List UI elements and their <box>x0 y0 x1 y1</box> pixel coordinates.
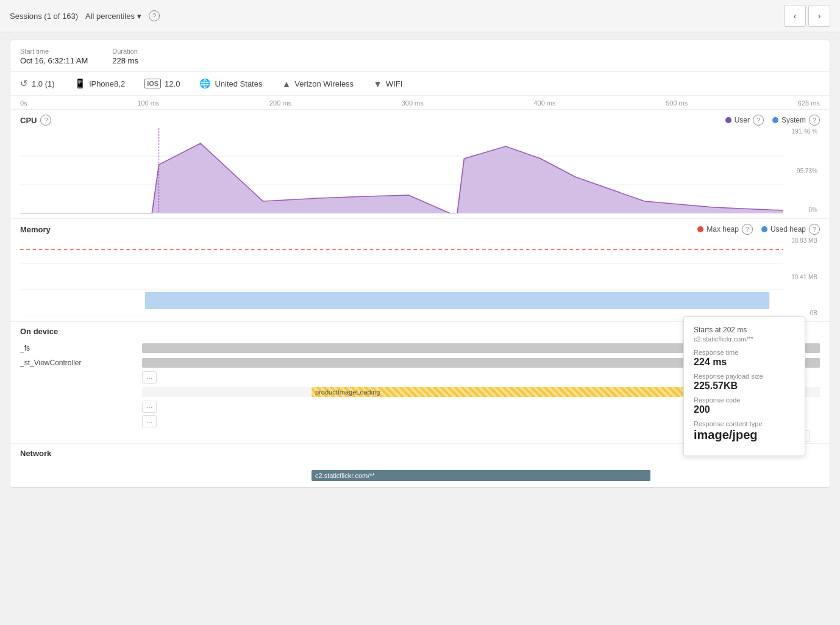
memory-y-bottom: 0B <box>786 310 817 316</box>
cpu-y-top: 191.46 % <box>786 128 817 135</box>
session-header: Start time Oct 16, 6:32:11 AM Duration 2… <box>10 40 830 72</box>
cpu-header: CPU ? User ? System ? <box>10 110 830 128</box>
country-item: 🌐 United States <box>199 78 262 89</box>
tooltip-url: c2.staticflickr.com/** <box>694 335 795 343</box>
start-time-item: Start time Oct 16, 6:32:11 AM <box>20 48 88 65</box>
memory-y-top: 38.83 MB <box>786 237 817 244</box>
top-bar-left: Sessions (1 of 163) All percentiles ▾ ? <box>10 10 160 21</box>
response-time-label: Response time <box>694 349 795 356</box>
duration-item: Duration 228 ms <box>112 48 138 65</box>
max-heap-help-icon[interactable]: ? <box>742 224 753 235</box>
top-bar: Sessions (1 of 163) All percentiles ▾ ? … <box>0 0 840 32</box>
duration-value: 228 ms <box>112 56 138 65</box>
memory-section: Memory Max heap ? Used heap ? <box>10 219 830 322</box>
used-heap-label: Used heap <box>771 225 806 234</box>
network-row: c2.staticflickr.com/** <box>10 463 830 477</box>
help-icon[interactable]: ? <box>149 10 160 21</box>
model-item: 📱 iPhone8,2 <box>74 78 126 89</box>
cpu-y-mid: 95.73% <box>786 168 817 174</box>
network-item: ▼ WIFI <box>373 79 402 89</box>
cpu-system-help-icon[interactable]: ? <box>809 115 820 126</box>
cpu-user-help-icon[interactable]: ? <box>753 115 764 126</box>
response-code-value: 200 <box>694 404 795 415</box>
device-row: ↺ 1.0 (1) 📱 iPhone8,2 iOS 12.0 🌐 United … <box>10 72 830 96</box>
cpu-section: CPU ? User ? System ? <box>10 110 830 219</box>
cpu-chart-svg <box>20 128 783 213</box>
phone-icon: 📱 <box>74 78 86 89</box>
used-heap-dot <box>761 226 767 232</box>
fs-label: _fs <box>20 344 142 352</box>
cpu-chart-area: 191.46 % 95.73% 0% <box>20 128 820 213</box>
max-heap-dot <box>697 226 703 232</box>
content-type-row: Response content type image/jpeg <box>694 420 795 442</box>
cpu-help-icon[interactable]: ? <box>40 115 51 126</box>
cpu-y-labels: 191.46 % 95.73% 0% <box>783 128 820 213</box>
country-value: United States <box>215 79 262 88</box>
memory-y-labels: 38.83 MB 19.41 MB 0B <box>783 237 820 316</box>
payload-size-label: Response payload size <box>694 373 795 380</box>
percentiles-label: All percentiles <box>85 12 135 21</box>
content-type-label: Response content type <box>694 420 795 427</box>
response-time-row: Response time 224 ms <box>694 349 795 368</box>
trace-expand-3[interactable]: ··· <box>142 415 157 427</box>
percentiles-dropdown[interactable]: All percentiles ▾ <box>85 12 141 21</box>
top-bar-nav: ‹ › <box>784 5 830 27</box>
cpu-user-legend: User ? <box>725 115 764 126</box>
prev-session-button[interactable]: ‹ <box>784 5 806 27</box>
cpu-user-dot <box>725 117 731 123</box>
ruler-labels: 0s 100 ms 200 ms 300 ms 400 ms 500 ms 62… <box>20 99 820 109</box>
memory-chart-svg <box>20 237 783 316</box>
wifi-icon: ▼ <box>373 79 382 89</box>
sessions-label: Sessions (1 of 163) <box>10 12 78 21</box>
ruler-200: 200 ms <box>269 99 291 107</box>
start-time-value: Oct 16, 6:32:11 AM <box>20 56 88 65</box>
cpu-legend: User ? System ? <box>725 115 820 126</box>
ruler-400: 400 ms <box>533 99 555 107</box>
os-item: iOS 12.0 <box>144 79 180 88</box>
used-heap-bar <box>145 292 769 309</box>
version-icon: ↺ <box>20 78 28 89</box>
duration-label: Duration <box>112 48 138 55</box>
used-heap-legend: Used heap ? <box>761 224 820 235</box>
payload-size-row: Response payload size 225.57KB <box>694 373 795 391</box>
start-time-label: Start time <box>20 48 88 55</box>
ruler-628: 628 ms <box>798 99 820 107</box>
response-code-label: Response code <box>694 396 795 404</box>
network-bar-label: c2.staticflickr.com/** <box>315 472 375 479</box>
max-heap-label: Max heap <box>707 225 739 234</box>
ellipsis-container-1: ··· <box>142 371 157 384</box>
tooltip-popup: Starts at 202 ms c2.staticflickr.com/** … <box>683 316 805 456</box>
cpu-user-label: User <box>735 116 750 124</box>
memory-legend: Max heap ? Used heap ? <box>697 224 820 235</box>
main-card: Start time Oct 16, 6:32:11 AM Duration 2… <box>10 40 830 488</box>
ruler-300: 300 ms <box>402 99 424 107</box>
trace-expand-2[interactable]: ··· <box>142 401 157 413</box>
carrier-value: Verizon Wireless <box>294 79 354 88</box>
cpu-system-label: System <box>781 116 806 124</box>
memory-chart-area: 38.83 MB 19.41 MB 0B <box>20 237 820 316</box>
trace-expand-1[interactable]: ··· <box>142 371 157 384</box>
ruler-500: 500 ms <box>666 99 688 107</box>
os-value: 12.0 <box>165 79 180 88</box>
version-item: ↺ 1.0 (1) <box>20 78 55 89</box>
memory-y-mid: 19.41 MB <box>786 274 817 280</box>
memory-title: Memory <box>20 225 51 234</box>
cpu-y-bottom: 0% <box>786 207 817 213</box>
max-heap-legend: Max heap ? <box>697 224 753 235</box>
chevron-down-icon: ▾ <box>137 12 141 21</box>
memory-header: Memory Max heap ? Used heap ? <box>10 219 830 237</box>
signal-icon: ▲ <box>282 79 291 89</box>
response-time-value: 224 ms <box>694 357 795 368</box>
network-request-bar: c2.staticflickr.com/** <box>311 470 650 481</box>
ruler-100: 100 ms <box>137 99 159 107</box>
carrier-item: ▲ Verizon Wireless <box>282 79 354 89</box>
used-heap-help-icon[interactable]: ? <box>809 224 820 235</box>
timeline-ruler: 0s 100 ms 200 ms 300 ms 400 ms 500 ms 62… <box>10 96 830 110</box>
ios-icon: iOS <box>144 79 161 88</box>
cpu-title: CPU <box>20 116 37 125</box>
model-value: iPhone8,2 <box>90 79 126 88</box>
version-value: 1.0 (1) <box>32 79 55 88</box>
network-value: WIFI <box>386 79 402 88</box>
ruler-0: 0s <box>20 99 27 107</box>
next-session-button[interactable]: › <box>808 5 830 27</box>
